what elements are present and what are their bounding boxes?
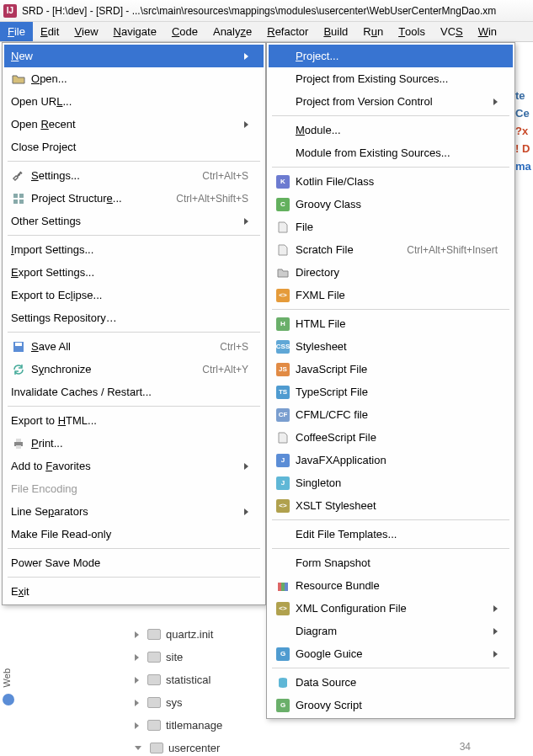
file-menu-item-new[interactable]: New — [4, 45, 264, 67]
file-menu-item-save-all[interactable]: Save AllCtrl+S — [4, 335, 264, 358]
menu-item-label: Power Save Mode — [11, 556, 248, 569]
file-menu-separator — [8, 332, 260, 333]
file-menu-item-settings[interactable]: Settings...Ctrl+Alt+S — [4, 164, 264, 187]
file-menu-item-project-structure[interactable]: Project Structure...Ctrl+Alt+Shift+S — [4, 187, 264, 210]
menu-item-label: Export to HTML... — [11, 414, 248, 427]
menu-item-label: Open Recent — [11, 118, 239, 130]
menu-item-label: Data Source — [296, 676, 498, 689]
file-menu-item-synchronize[interactable]: SynchronizeCtrl+Alt+Y — [4, 358, 264, 381]
menubar-item-view[interactable]: View — [67, 22, 105, 41]
new-menu-item-stylesheet[interactable]: CSSStylesheet — [269, 335, 513, 358]
tree-row-label: sys — [166, 696, 183, 709]
folder-icon — [147, 629, 161, 640]
file-menu-item-add-to-favorites[interactable]: Add to Favorites — [4, 455, 264, 477]
new-menu-item-diagram[interactable]: Diagram — [269, 620, 513, 642]
editor-fragment: Ce — [515, 107, 531, 120]
file-menu-item-import-settings[interactable]: Import Settings... — [4, 238, 264, 261]
menu-item-shortcut: Ctrl+Alt+Shift+S — [176, 193, 248, 205]
new-menu-item-singleton[interactable]: JSingleton — [269, 471, 513, 494]
file-menu-item-export-to-eclipse[interactable]: Export to Eclipse... — [4, 284, 264, 306]
spacer-icon — [275, 527, 290, 542]
spacer-icon — [275, 123, 290, 138]
save-icon — [11, 339, 26, 354]
new-menu-item-directory[interactable]: Directory — [269, 261, 513, 284]
new-menu-item-fxml-file[interactable]: <>FXML File — [269, 284, 513, 306]
new-menu-item-module[interactable]: Module... — [269, 119, 513, 141]
new-menu-item-scratch-file[interactable]: Scratch FileCtrl+Alt+Shift+Insert — [269, 238, 513, 261]
menubar-item-navigate[interactable]: Navigate — [106, 22, 164, 41]
menubar-item-tools[interactable]: Tools — [391, 22, 433, 41]
menubar-item-run[interactable]: Run — [355, 22, 391, 41]
new-menu-item-data-source[interactable]: Data Source — [269, 671, 513, 694]
menu-item-label: Other Settings — [11, 215, 239, 227]
chevron-right-icon[interactable] — [135, 700, 139, 706]
chevron-right-icon[interactable] — [135, 631, 139, 638]
menu-item-label: Resource Bundle — [296, 579, 498, 592]
new-menu-item-kotlin-file-class[interactable]: KKotlin File/Class — [269, 170, 513, 193]
file-menu-item-exit[interactable]: Exit — [4, 580, 264, 603]
file-menu-item-export-settings[interactable]: Export Settings... — [4, 261, 264, 284]
new-menu-item-project-from-existing-sources[interactable]: Project from Existing Sources... — [269, 67, 513, 90]
file-menu-item-open[interactable]: Open... — [4, 67, 264, 90]
new-menu-item-groovy-script[interactable]: GGroovy Script — [269, 694, 513, 716]
file-menu-item-close-project[interactable]: Close Project — [4, 136, 264, 158]
submenu-arrow-icon — [244, 121, 248, 128]
new-menu-item-javascript-file[interactable]: JSJavaScript File — [269, 358, 513, 381]
file-menu-item-make-file-read-only[interactable]: Make File Read-only — [4, 523, 264, 546]
file-menu-item-power-save-mode[interactable]: Power Save Mode — [4, 551, 264, 574]
tree-row-sys[interactable]: sys — [135, 691, 222, 714]
chevron-right-icon[interactable] — [135, 654, 139, 661]
menubar-item-win[interactable]: Win — [471, 22, 504, 41]
new-menu-item-xml-configuration-file[interactable]: <>XML Configuration File — [269, 597, 513, 620]
menubar-item-build[interactable]: Build — [316, 22, 355, 41]
menubar-item-vcs[interactable]: VCS — [433, 22, 471, 41]
file-menu-item-export-to-html[interactable]: Export to HTML... — [4, 409, 264, 432]
new-menu-item-file[interactable]: File — [269, 216, 513, 238]
menubar-item-file[interactable]: File — [0, 22, 33, 41]
menu-item-label: Add to Favorites — [11, 460, 239, 472]
file-menu-item-invalidate-caches-restart[interactable]: Invalidate Caches / Restart... — [4, 381, 264, 403]
file-menu-item-print[interactable]: Print... — [4, 432, 264, 455]
new-menu-item-groovy-class[interactable]: CGroovy Class — [269, 193, 513, 216]
new-menu-item-cfml-cfc-file[interactable]: CFCFML/CFC file — [269, 403, 513, 426]
new-menu-item-google-guice[interactable]: GGoogle Guice — [269, 642, 513, 665]
tree-row-usercenter[interactable]: usercenter — [135, 737, 222, 756]
project-tree[interactable]: quartz.initsitestatisticalsystitlemanage… — [135, 623, 222, 756]
file-menu-item-open-url[interactable]: Open URL... — [4, 90, 264, 113]
menubar: FileEditViewNavigateCodeAnalyzeRefactorB… — [0, 22, 533, 42]
new-menu-item-project-from-version-control[interactable]: Project from Version Control — [269, 90, 513, 113]
file-menu-separator — [8, 548, 260, 549]
chevron-right-icon[interactable] — [135, 677, 139, 684]
folder-icon — [150, 743, 163, 753]
file-menu-item-settings-repository[interactable]: Settings Repository… — [4, 306, 264, 329]
tree-row-statistical[interactable]: statistical — [135, 668, 222, 691]
file-menu-item-line-separators[interactable]: Line Separators — [4, 500, 264, 523]
editor-peek: teCe?x! Dma — [515, 84, 531, 173]
menubar-item-edit[interactable]: Edit — [33, 22, 67, 41]
menubar-item-refactor[interactable]: Refactor — [259, 22, 316, 41]
menubar-item-code[interactable]: Code — [164, 22, 205, 41]
file-menu-item-other-settings[interactable]: Other Settings — [4, 210, 264, 232]
sync-icon — [11, 362, 26, 377]
tool-window-tab-web[interactable]: Web — [0, 665, 17, 709]
new-menu-item-module-from-existing-sources[interactable]: Module from Existing Sources... — [269, 141, 513, 164]
new-menu-item-resource-bundle[interactable]: Resource Bundle — [269, 574, 513, 597]
new-menu-item-form-snapshot[interactable]: Form Snapshot — [269, 551, 513, 574]
new-menu-item-project[interactable]: Project... — [269, 45, 513, 67]
tree-row-quartz.init[interactable]: quartz.init — [135, 623, 222, 646]
chevron-down-icon[interactable] — [135, 746, 141, 750]
new-menu-item-javafxapplication[interactable]: JJavaFXApplication — [269, 449, 513, 471]
tree-row-site[interactable]: site — [135, 646, 222, 668]
new-menu-item-xslt-stylesheet[interactable]: <>XSLT Stylesheet — [269, 494, 513, 517]
new-menu-item-typescript-file[interactable]: TSTypeScript File — [269, 381, 513, 403]
submenu-arrow-icon — [244, 53, 248, 60]
tree-row-titlemanage[interactable]: titlemanage — [135, 714, 222, 737]
file-menu-item-open-recent[interactable]: Open Recent — [4, 113, 264, 136]
new-menu-item-edit-file-templates[interactable]: Edit File Templates... — [269, 523, 513, 546]
new-menu-item-coffeescript-file[interactable]: CoffeeScript File — [269, 426, 513, 449]
new-menu-item-html-file[interactable]: HHTML File — [269, 312, 513, 335]
menubar-item-analyze[interactable]: Analyze — [205, 22, 259, 41]
folder-icon — [147, 674, 161, 685]
chevron-right-icon[interactable] — [135, 722, 139, 729]
menu-item-label: Groovy Script — [296, 699, 498, 711]
